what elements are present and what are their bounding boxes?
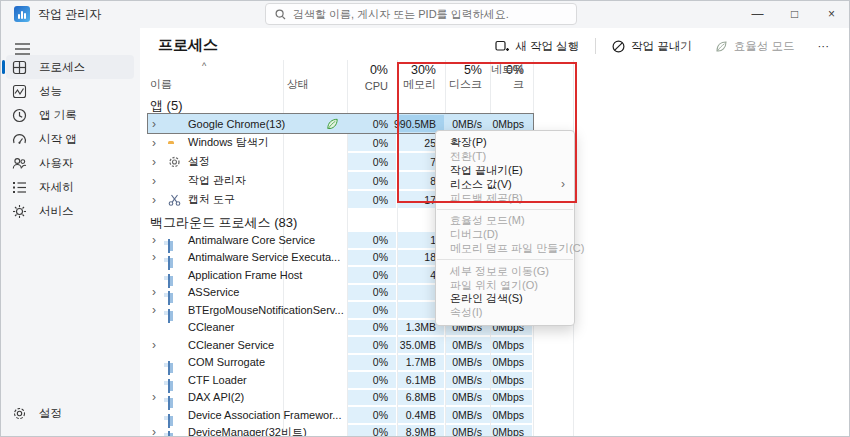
services-icon <box>12 204 27 219</box>
menu-item-create-dump-file[interactable]: 메모리 덤프 파일 만들기(C) <box>436 242 574 256</box>
sidebar-item-users[interactable]: 사용자 <box>6 151 134 175</box>
cpu-cell: 0% <box>348 355 396 371</box>
menu-separator <box>437 259 573 260</box>
sidebar-item-details[interactable]: 자세히 <box>6 175 134 199</box>
disk-total-usage: 5% <box>446 63 482 77</box>
menu-item-expand[interactable]: 확장(P) <box>436 136 574 150</box>
cpu-cell: 0% <box>348 337 396 353</box>
menu-item-resource-values[interactable]: 리소스 값(V)› <box>436 177 574 191</box>
disk-cell: 0MB/s <box>446 390 490 406</box>
menu-item-properties[interactable]: 속성(I) <box>436 306 574 320</box>
main-content: 프로세스 새 작업 실행 작업 끝내기 효율성 모드 ··· ^ 이름 상태 0… <box>140 28 850 437</box>
hamburger-icon <box>15 43 30 55</box>
cpu-cell: 0% <box>348 390 396 406</box>
column-header-status[interactable]: 상태 <box>287 77 309 92</box>
expand-chevron-icon[interactable]: › <box>152 190 156 209</box>
expand-chevron-icon[interactable]: › <box>152 249 156 267</box>
expand-chevron-icon[interactable]: › <box>152 424 156 437</box>
column-header-name[interactable]: 이름 <box>150 77 172 92</box>
menu-item-label: 리소스 값(V) <box>450 177 512 192</box>
menu-item-go-to-details[interactable]: 세부 정보로 이동(G) <box>436 264 574 278</box>
search-input[interactable]: 검색할 이름, 게시자 또는 PID를 입력하세요. <box>265 3 577 25</box>
run-new-task-button[interactable]: 새 작업 실행 <box>488 36 586 57</box>
menu-item-label: 메모리 덤프 파일 만들기(C) <box>450 241 584 256</box>
menu-item-label: 전환(T) <box>450 149 486 164</box>
cpu-cell: 0% <box>348 407 396 423</box>
end-task-icon <box>612 40 625 53</box>
gear-icon <box>12 406 27 421</box>
process-name: CCleaner <box>188 319 234 337</box>
menu-item-open-file-location[interactable]: 파일 위치 열기(O) <box>436 278 574 292</box>
title-bar: 작업 관리자 검색할 이름, 게시자 또는 PID를 입력하세요. — □ × <box>0 0 850 28</box>
menu-item-debug[interactable]: 디버그(D) <box>436 228 574 242</box>
memory-cell: 8.9MB <box>398 425 444 437</box>
menu-separator <box>437 209 573 210</box>
cpu-cell: 0% <box>348 172 396 189</box>
column-header-disk[interactable]: 디스크 <box>446 77 482 92</box>
sidebar-item-performance[interactable]: 성능 <box>6 79 134 103</box>
process-row-com-surrogate[interactable]: COM Surrogate 0% 1.7MB 0MB/s 0Mbps <box>148 354 533 372</box>
end-task-button[interactable]: 작업 끝내기 <box>605 36 699 57</box>
sidebar-item-services[interactable]: 서비스 <box>6 199 134 223</box>
cpu-cell: 0% <box>348 250 396 266</box>
toolbar: 새 작업 실행 작업 끝내기 효율성 모드 ··· <box>488 35 836 57</box>
expand-chevron-icon[interactable]: › <box>152 336 156 354</box>
process-row-dax-api[interactable]: › DAX API(2) 0% 6.8MB 0MB/s 0Mbps <box>148 389 533 407</box>
disk-cell: 0MB/s <box>446 425 490 437</box>
memory-cell: 6.1MB <box>398 372 444 388</box>
close-button[interactable]: × <box>813 0 850 28</box>
process-name: ASService <box>188 284 239 302</box>
snipping-tool-icon <box>168 193 181 206</box>
sidebar-item-label: 사용자 <box>39 156 74 171</box>
process-name: 설정 <box>188 152 210 171</box>
cpu-cell: 0% <box>348 320 396 336</box>
sidebar-item-startup-apps[interactable]: 시작 앱 <box>6 127 134 151</box>
memory-total-usage: 30% <box>398 63 436 77</box>
group-header-apps[interactable]: 앱 (5) <box>150 97 183 115</box>
expand-chevron-icon[interactable]: › <box>152 389 156 407</box>
sidebar-item-label: 설정 <box>39 406 62 421</box>
memory-cell: 35.0MB <box>398 337 444 353</box>
cpu-total-usage: 0% <box>348 63 388 77</box>
minimize-button[interactable]: — <box>739 0 776 28</box>
cpu-cell: 0% <box>348 134 396 151</box>
process-name: Antimalware Service Executa... <box>188 249 340 267</box>
column-header-cpu[interactable]: CPU <box>348 80 388 92</box>
menu-item-label: 디버그(D) <box>450 227 498 242</box>
process-name: Google Chrome(13) <box>188 114 285 133</box>
menu-item-label: 파일 위치 열기(O) <box>450 278 538 293</box>
expand-chevron-icon[interactable]: › <box>152 284 156 302</box>
sidebar-item-processes[interactable]: 프로세스 <box>6 55 134 79</box>
menu-item-search-online[interactable]: 온라인 검색(S) <box>436 292 574 306</box>
column-header-memory[interactable]: 메모리 <box>398 77 436 92</box>
menu-item-switch-to[interactable]: 전환(T) <box>436 150 574 164</box>
process-row-ccleaner-service[interactable]: › CCleaner Service 0% 35.0MB 0MB/s 0Mbps <box>148 336 533 354</box>
efficiency-mode-button[interactable]: 효율성 모드 <box>708 36 802 57</box>
maximize-button[interactable]: □ <box>776 0 813 28</box>
window-title: 작업 관리자 <box>38 0 101 28</box>
sidebar-item-app-history[interactable]: 앱 기록 <box>6 103 134 127</box>
expand-chevron-icon[interactable]: › <box>152 152 156 171</box>
process-row-ctf-loader[interactable]: CTF Loader 0% 6.1MB 0MB/s 0Mbps <box>148 371 533 389</box>
menu-item-efficiency-mode[interactable]: 효율성 모드(M) <box>436 214 574 228</box>
page-title: 프로세스 <box>158 36 218 55</box>
process-row-device-association[interactable]: Device Association Framewor... 0% 0.4MB … <box>148 406 533 424</box>
toolbar-divider <box>595 38 596 54</box>
expand-chevron-icon[interactable]: › <box>152 133 156 152</box>
sidebar-item-settings[interactable]: 설정 <box>6 401 134 425</box>
process-name: CTF Loader <box>188 371 247 389</box>
more-options-button[interactable]: ··· <box>811 37 837 55</box>
task-manager-app-icon <box>14 6 30 22</box>
column-header-network[interactable]: 네트워크 <box>491 62 524 92</box>
expand-chevron-icon[interactable]: › <box>152 231 156 249</box>
menu-item-label: 확장(P) <box>450 135 487 150</box>
expand-chevron-icon[interactable]: › <box>152 114 156 133</box>
menu-item-end-task[interactable]: 작업 끝내기(E) <box>436 164 574 178</box>
expand-chevron-icon[interactable]: › <box>152 301 156 319</box>
process-name: Windows 탐색기 <box>188 133 269 152</box>
group-header-background[interactable]: 백그라운드 프로세스 (83) <box>150 214 297 232</box>
sidebar-item-label: 서비스 <box>39 204 74 219</box>
menu-item-provide-feedback[interactable]: 피드백 제공(B) <box>436 191 574 205</box>
expand-chevron-icon[interactable]: › <box>152 171 156 190</box>
process-row-devicemanager[interactable]: › DeviceManager(32비트) 0% 8.9MB 0MB/s 0Mb… <box>148 424 533 437</box>
